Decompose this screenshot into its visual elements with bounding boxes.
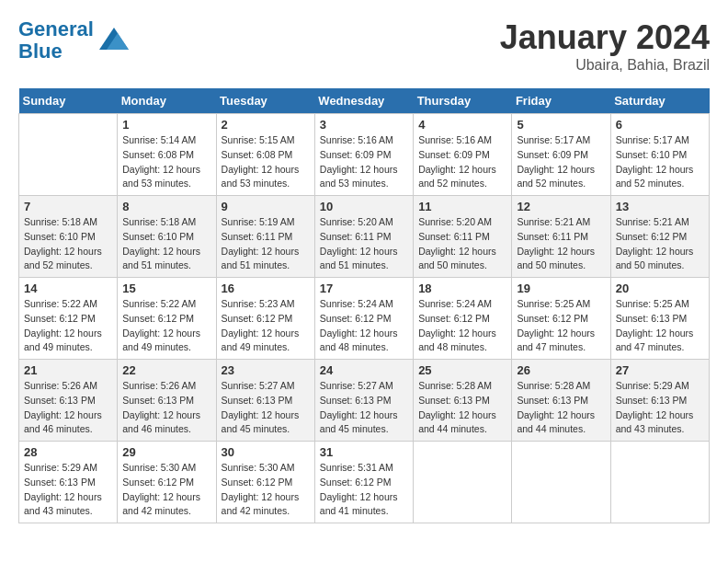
calendar-cell: 31Sunrise: 5:31 AMSunset: 6:12 PMDayligh…: [314, 442, 413, 523]
day-info: Sunrise: 5:30 AMSunset: 6:12 PMDaylight:…: [122, 461, 210, 519]
day-number: 29: [122, 445, 210, 459]
month-title: January 2024: [500, 18, 710, 57]
day-number: 14: [24, 282, 112, 295]
calendar-cell: 3Sunrise: 5:16 AMSunset: 6:09 PMDaylight…: [314, 114, 413, 196]
day-number: 13: [616, 200, 704, 213]
day-info: Sunrise: 5:20 AMSunset: 6:11 PMDaylight:…: [320, 215, 408, 273]
calendar-cell: 12Sunrise: 5:21 AMSunset: 6:11 PMDayligh…: [512, 196, 610, 278]
day-info: Sunrise: 5:16 AMSunset: 6:09 PMDaylight:…: [418, 133, 506, 191]
day-info: Sunrise: 5:24 AMSunset: 6:12 PMDaylight:…: [320, 297, 408, 355]
weekday-header-thursday: Thursday: [414, 88, 512, 114]
logo-text: GeneralBlue: [18, 18, 94, 63]
weekday-header-monday: Monday: [118, 88, 216, 114]
day-number: 7: [24, 200, 112, 213]
day-info: Sunrise: 5:26 AMSunset: 6:13 PMDaylight:…: [24, 379, 112, 437]
calendar-cell: 24Sunrise: 5:27 AMSunset: 6:13 PMDayligh…: [314, 360, 413, 442]
day-number: 18: [418, 282, 506, 295]
day-number: 21: [24, 363, 112, 377]
calendar-cell: 13Sunrise: 5:21 AMSunset: 6:12 PMDayligh…: [610, 196, 709, 278]
calendar-cell: 7Sunrise: 5:18 AMSunset: 6:10 PMDaylight…: [19, 196, 118, 278]
day-number: 2: [222, 118, 310, 132]
calendar-cell: 9Sunrise: 5:19 AMSunset: 6:11 PMDaylight…: [216, 196, 314, 278]
day-info: Sunrise: 5:17 AMSunset: 6:10 PMDaylight:…: [616, 133, 704, 191]
day-number: 23: [222, 363, 310, 377]
day-number: 26: [517, 363, 605, 377]
day-number: 11: [418, 200, 506, 213]
day-info: Sunrise: 5:25 AMSunset: 6:12 PMDaylight:…: [517, 297, 605, 355]
calendar-cell: 17Sunrise: 5:24 AMSunset: 6:12 PMDayligh…: [314, 278, 413, 360]
day-number: 16: [222, 282, 310, 295]
calendar-cell: 14Sunrise: 5:22 AMSunset: 6:12 PMDayligh…: [19, 278, 118, 360]
calendar-cell: [512, 442, 610, 523]
weekday-header-tuesday: Tuesday: [216, 88, 314, 114]
calendar-cell: 30Sunrise: 5:30 AMSunset: 6:12 PMDayligh…: [216, 442, 314, 523]
day-info: Sunrise: 5:21 AMSunset: 6:12 PMDaylight:…: [616, 215, 704, 273]
page-header: GeneralBlue January 2024 Ubaira, Bahia, …: [18, 18, 710, 74]
calendar-cell: 10Sunrise: 5:20 AMSunset: 6:11 PMDayligh…: [314, 196, 413, 278]
calendar-cell: [19, 114, 118, 196]
day-info: Sunrise: 5:20 AMSunset: 6:11 PMDaylight:…: [418, 215, 506, 273]
day-number: 1: [122, 118, 210, 132]
day-info: Sunrise: 5:18 AMSunset: 6:10 PMDaylight:…: [122, 215, 210, 273]
day-info: Sunrise: 5:25 AMSunset: 6:13 PMDaylight:…: [616, 297, 704, 355]
day-info: Sunrise: 5:15 AMSunset: 6:08 PMDaylight:…: [222, 133, 310, 191]
day-number: 5: [517, 118, 605, 132]
calendar-cell: 27Sunrise: 5:29 AMSunset: 6:13 PMDayligh…: [610, 360, 709, 442]
day-number: 12: [517, 200, 605, 213]
day-number: 17: [320, 282, 408, 295]
day-number: 20: [616, 282, 704, 295]
calendar-cell: 6Sunrise: 5:17 AMSunset: 6:10 PMDaylight…: [610, 114, 709, 196]
day-info: Sunrise: 5:21 AMSunset: 6:11 PMDaylight:…: [517, 215, 605, 273]
day-info: Sunrise: 5:31 AMSunset: 6:12 PMDaylight:…: [320, 461, 408, 519]
calendar-cell: 18Sunrise: 5:24 AMSunset: 6:12 PMDayligh…: [414, 278, 512, 360]
logo-icon: [97, 24, 131, 57]
day-info: Sunrise: 5:16 AMSunset: 6:09 PMDaylight:…: [320, 133, 408, 191]
day-info: Sunrise: 5:27 AMSunset: 6:13 PMDaylight:…: [222, 379, 310, 437]
calendar-cell: 26Sunrise: 5:28 AMSunset: 6:13 PMDayligh…: [512, 360, 610, 442]
location-title: Ubaira, Bahia, Brazil: [500, 57, 710, 74]
day-info: Sunrise: 5:29 AMSunset: 6:13 PMDaylight:…: [616, 379, 704, 437]
day-number: 15: [122, 282, 210, 295]
day-info: Sunrise: 5:19 AMSunset: 6:11 PMDaylight:…: [222, 215, 310, 273]
day-number: 19: [517, 282, 605, 295]
day-info: Sunrise: 5:14 AMSunset: 6:08 PMDaylight:…: [122, 133, 210, 191]
day-info: Sunrise: 5:27 AMSunset: 6:13 PMDaylight:…: [320, 379, 408, 437]
weekday-header-saturday: Saturday: [610, 88, 709, 114]
weekday-header-friday: Friday: [512, 88, 610, 114]
weekday-header-wednesday: Wednesday: [314, 88, 413, 114]
calendar-cell: 8Sunrise: 5:18 AMSunset: 6:10 PMDaylight…: [118, 196, 216, 278]
day-number: 28: [24, 445, 112, 459]
day-number: 9: [222, 200, 310, 213]
day-number: 3: [320, 118, 408, 132]
calendar-cell: 11Sunrise: 5:20 AMSunset: 6:11 PMDayligh…: [414, 196, 512, 278]
day-number: 24: [320, 363, 408, 377]
title-block: January 2024 Ubaira, Bahia, Brazil: [500, 18, 710, 74]
calendar-cell: 22Sunrise: 5:26 AMSunset: 6:13 PMDayligh…: [118, 360, 216, 442]
calendar-cell: [610, 442, 709, 523]
calendar-cell: 20Sunrise: 5:25 AMSunset: 6:13 PMDayligh…: [610, 278, 709, 360]
calendar-cell: 5Sunrise: 5:17 AMSunset: 6:09 PMDaylight…: [512, 114, 610, 196]
day-info: Sunrise: 5:24 AMSunset: 6:12 PMDaylight:…: [418, 297, 506, 355]
day-number: 25: [418, 363, 506, 377]
day-info: Sunrise: 5:28 AMSunset: 6:13 PMDaylight:…: [418, 379, 506, 437]
logo: GeneralBlue: [18, 18, 131, 63]
calendar-cell: 28Sunrise: 5:29 AMSunset: 6:13 PMDayligh…: [19, 442, 118, 523]
day-info: Sunrise: 5:28 AMSunset: 6:13 PMDaylight:…: [517, 379, 605, 437]
calendar-cell: [414, 442, 512, 523]
calendar-cell: 2Sunrise: 5:15 AMSunset: 6:08 PMDaylight…: [216, 114, 314, 196]
day-number: 4: [418, 118, 506, 132]
day-info: Sunrise: 5:30 AMSunset: 6:12 PMDaylight:…: [222, 461, 310, 519]
calendar-cell: 23Sunrise: 5:27 AMSunset: 6:13 PMDayligh…: [216, 360, 314, 442]
calendar-cell: 1Sunrise: 5:14 AMSunset: 6:08 PMDaylight…: [118, 114, 216, 196]
calendar-cell: 4Sunrise: 5:16 AMSunset: 6:09 PMDaylight…: [414, 114, 512, 196]
day-number: 8: [122, 200, 210, 213]
calendar-cell: 29Sunrise: 5:30 AMSunset: 6:12 PMDayligh…: [118, 442, 216, 523]
day-number: 31: [320, 445, 408, 459]
calendar-cell: 21Sunrise: 5:26 AMSunset: 6:13 PMDayligh…: [19, 360, 118, 442]
day-number: 10: [320, 200, 408, 213]
day-number: 6: [616, 118, 704, 132]
day-info: Sunrise: 5:17 AMSunset: 6:09 PMDaylight:…: [517, 133, 605, 191]
day-number: 22: [122, 363, 210, 377]
day-info: Sunrise: 5:22 AMSunset: 6:12 PMDaylight:…: [122, 297, 210, 355]
day-number: 27: [616, 363, 704, 377]
